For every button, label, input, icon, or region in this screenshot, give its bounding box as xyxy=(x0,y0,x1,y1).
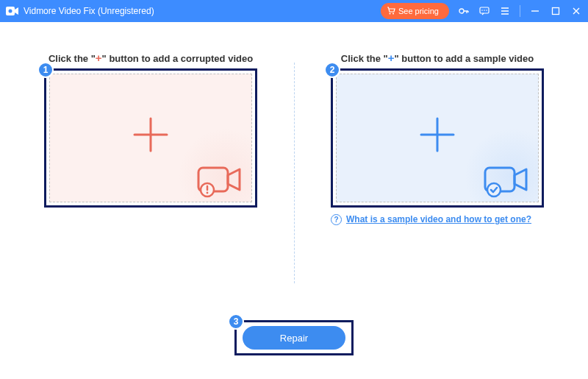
sample-dropzone-wrap: 2 xyxy=(331,68,544,208)
app-title: Vidmore Video Fix (Unregistered) xyxy=(24,6,154,16)
svg-rect-9 xyxy=(553,8,559,15)
titlebar: Vidmore Video Fix (Unregistered) See pri… xyxy=(0,0,588,22)
plus-icon xyxy=(415,113,459,164)
see-pricing-button[interactable]: See pricing xyxy=(381,3,449,19)
help-icon: ? xyxy=(331,214,342,225)
titlebar-left: Vidmore Video Fix (Unregistered) xyxy=(6,6,154,16)
pricing-label: See pricing xyxy=(398,7,439,15)
titlebar-right: See pricing xyxy=(381,3,582,19)
svg-point-7 xyxy=(484,10,485,11)
plus-icon: + xyxy=(388,52,395,64)
vertical-divider xyxy=(294,63,295,283)
main-content: Click the "+" button to add a corrupted … xyxy=(0,22,588,379)
corrupted-video-panel: Click the "+" button to add a corrupted … xyxy=(44,52,257,225)
svg-point-2 xyxy=(389,13,390,14)
sample-instruction: Click the "+" button to add a sample vid… xyxy=(331,52,544,64)
svg-point-6 xyxy=(481,10,483,11)
corrupted-dropzone-wrap: 1 xyxy=(44,68,257,208)
corrupted-instruction: Click the "+" button to add a corrupted … xyxy=(44,52,257,64)
menu-icon[interactable] xyxy=(499,5,511,17)
svg-point-1 xyxy=(9,10,12,13)
plus-icon xyxy=(129,113,173,164)
video-check-icon xyxy=(482,162,534,199)
step-badge-2: 2 xyxy=(324,62,340,78)
step-badge-1: 1 xyxy=(37,62,54,78)
separator xyxy=(520,5,520,17)
svg-point-3 xyxy=(392,13,394,14)
sample-video-help-link[interactable]: What is a sample video and how to get on… xyxy=(346,213,531,225)
repair-section: 3 Repair xyxy=(234,320,354,355)
help-row: ? What is a sample video and how to get … xyxy=(331,213,544,225)
add-corrupted-video-button[interactable] xyxy=(49,74,252,202)
repair-button[interactable]: Repair xyxy=(243,326,345,350)
minimize-button[interactable] xyxy=(529,5,541,17)
svg-point-8 xyxy=(486,10,487,11)
step-badge-3: 3 xyxy=(228,314,244,330)
key-icon[interactable] xyxy=(458,5,470,17)
sample-video-panel: Click the "+" button to add a sample vid… xyxy=(331,52,544,225)
video-alert-icon xyxy=(196,162,247,199)
cart-icon xyxy=(387,7,395,16)
plus-icon: + xyxy=(96,52,102,64)
app-logo-icon xyxy=(6,6,19,16)
repair-box: 3 Repair xyxy=(234,320,354,355)
svg-point-12 xyxy=(207,192,209,194)
feedback-icon[interactable] xyxy=(478,5,490,17)
svg-point-4 xyxy=(459,9,464,13)
add-sample-video-button[interactable] xyxy=(336,74,539,202)
maximize-button[interactable] xyxy=(550,5,562,17)
close-button[interactable] xyxy=(570,5,582,17)
